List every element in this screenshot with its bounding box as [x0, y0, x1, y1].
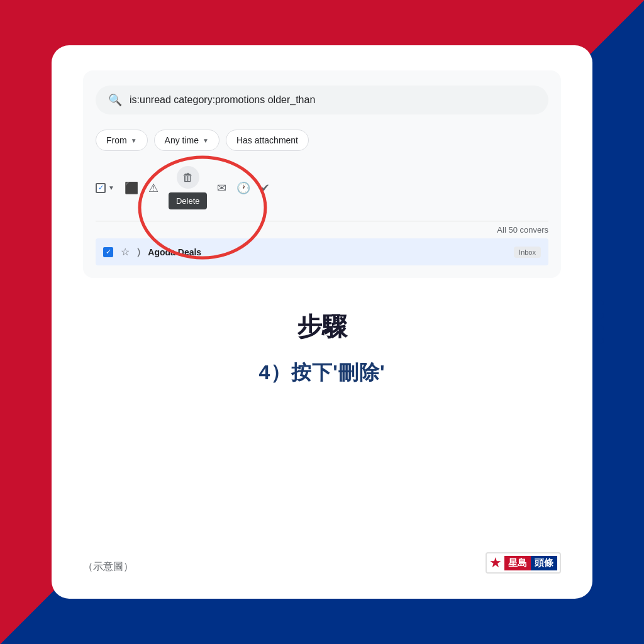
search-bar[interactable]: 🔍 is:unread category:promotions older_th… [96, 86, 548, 114]
time-filter-button[interactable]: Any time ▼ [154, 130, 219, 151]
email-row[interactable]: ✓ ☆ ) Agoda Deals Inbox [96, 238, 548, 265]
clock-icon: 🕐 [236, 181, 250, 195]
singtao-blue-text: 頭條 [531, 556, 557, 570]
singtao-logo: ★ 星島 頭條 [486, 552, 561, 574]
disclaimer-text: （示意圖） [83, 560, 133, 574]
snooze-button[interactable]: 🕐 [236, 181, 250, 195]
mail-icon: ✉ [217, 181, 226, 195]
filter-row: From ▼ Any time ▼ Has attachment [96, 130, 548, 151]
time-dropdown-arrow: ▼ [203, 137, 209, 144]
archive-button[interactable]: ⬛ [125, 181, 138, 195]
dots-decoration [597, 300, 604, 344]
star-icon[interactable]: ☆ [121, 246, 130, 258]
email-checkbox[interactable]: ✓ [103, 247, 113, 257]
singtao-red-text: 星島 [504, 556, 531, 570]
tasks-icon: ✔ [260, 181, 270, 195]
sender-name: Agoda Deals [148, 247, 506, 257]
from-dropdown-arrow: ▼ [131, 137, 137, 144]
search-icon: 🔍 [108, 93, 122, 107]
time-filter-label: Any time [165, 135, 199, 145]
from-filter-label: From [106, 135, 127, 145]
delete-tooltip: Delete [169, 192, 208, 209]
search-query: is:unread category:promotions older_than [130, 94, 315, 106]
dot-2 [597, 313, 604, 319]
spam-button[interactable]: ⚠ [148, 181, 158, 195]
snooze-crescent-icon: ) [137, 247, 140, 258]
gmail-screenshot: 🔍 is:unread category:promotions older_th… [83, 70, 561, 278]
inbox-badge: Inbox [514, 247, 541, 258]
checkbox-icon: ✓ [96, 183, 106, 193]
dot-4 [597, 338, 604, 344]
delete-button-area[interactable]: 🗑 Delete [169, 166, 208, 209]
trash-icon: 🗑 [177, 166, 199, 189]
steps-title: 步驟 [297, 309, 347, 344]
conversations-bar: All 50 convers [96, 221, 548, 238]
dot-1 [597, 300, 604, 306]
singtao-star-icon: ★ [489, 555, 502, 571]
spam-icon: ⚠ [148, 181, 158, 195]
step-4-text: 4）按下'刪除' [258, 359, 385, 387]
conversations-count: All 50 convers [497, 225, 548, 235]
main-card: 🔍 is:unread category:promotions older_th… [52, 45, 592, 599]
steps-section: 步驟 4）按下'刪除' [83, 303, 561, 406]
toolbar-row: ✓ ▼ ⬛ ⚠ 🗑 Delete [96, 164, 548, 212]
attachment-filter-label: Has attachment [236, 135, 298, 145]
from-filter-button[interactable]: From ▼ [96, 130, 148, 151]
add-tasks-button[interactable]: ✔ [260, 181, 270, 195]
mark-read-button[interactable]: ✉ [217, 181, 226, 195]
attachment-filter-button[interactable]: Has attachment [226, 130, 309, 151]
archive-icon: ⬛ [125, 181, 138, 195]
bottom-row: （示意圖） ★ 星島 頭條 [83, 540, 561, 574]
select-dropdown-arrow: ▼ [108, 184, 114, 191]
dot-3 [597, 325, 604, 331]
select-all-checkbox[interactable]: ✓ ▼ [96, 183, 114, 193]
